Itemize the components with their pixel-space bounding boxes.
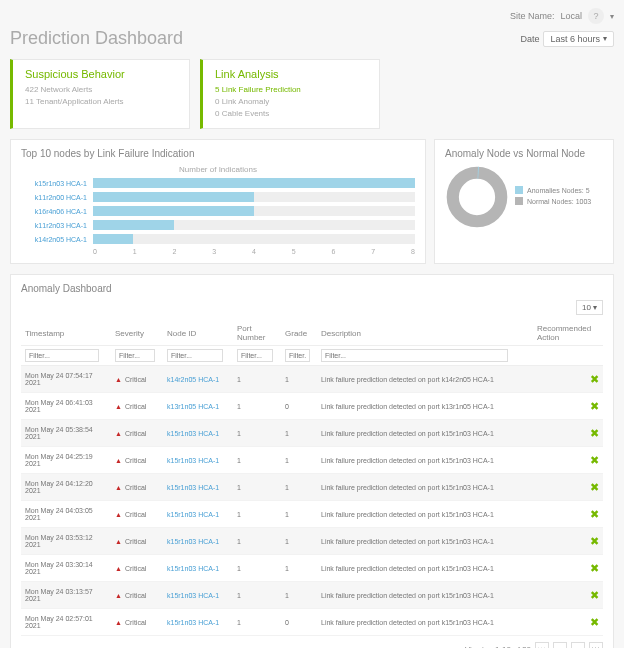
bar-track: [93, 192, 415, 202]
table-cell: k15r1n03 HCA-1: [163, 420, 233, 447]
column-header[interactable]: Timestamp: [21, 321, 111, 346]
table-cell: ✖: [533, 474, 603, 501]
date-dropdown[interactable]: Last 6 hours ▾: [543, 31, 614, 47]
action-icon[interactable]: ✖: [590, 373, 599, 385]
table-row[interactable]: Mon May 24 07:54:17 2021▲Criticalk14r2n0…: [21, 366, 603, 393]
action-icon[interactable]: ✖: [590, 616, 599, 628]
table-cell: ✖: [533, 582, 603, 609]
table-cell: k15r1n03 HCA-1: [163, 582, 233, 609]
table-cell: k15r1n03 HCA-1: [163, 555, 233, 582]
bar-label[interactable]: k15r1n03 HCA-1: [21, 180, 93, 187]
bar-fill: [93, 206, 254, 216]
action-icon[interactable]: ✖: [590, 427, 599, 439]
pager-last[interactable]: ⏭: [589, 642, 603, 648]
column-header[interactable]: Description: [317, 321, 533, 346]
chevron-down-icon: ▾: [603, 34, 607, 43]
table-cell: ✖: [533, 609, 603, 636]
pager-prev[interactable]: ◂: [553, 642, 567, 648]
x-axis: 012345678: [93, 248, 415, 255]
table-cell: 1: [281, 528, 317, 555]
column-header[interactable]: Severity: [111, 321, 163, 346]
table-cell: Link failure prediction detected on port…: [317, 447, 533, 474]
donut-panel: Anomaly Node vs Normal Node Anomalies No…: [434, 139, 614, 264]
axis-tick: 5: [292, 248, 296, 255]
panel-title: Anomaly Dashboard: [21, 283, 603, 294]
table-cell: ▲Critical: [111, 555, 163, 582]
pagesize-dropdown[interactable]: 10 ▾: [576, 300, 603, 315]
table-cell: 0: [281, 609, 317, 636]
table-cell: Link failure prediction detected on port…: [317, 528, 533, 555]
warning-icon: ▲: [115, 565, 122, 572]
action-icon[interactable]: ✖: [590, 589, 599, 601]
pagesize-value: 10: [582, 303, 591, 312]
filter-input[interactable]: [167, 349, 223, 362]
bar-chart-panel: Top 10 nodes by Link Failure Indication …: [10, 139, 426, 264]
bar-fill: [93, 220, 174, 230]
action-icon[interactable]: ✖: [590, 454, 599, 466]
bar-fill: [93, 178, 415, 188]
table-cell: ✖: [533, 366, 603, 393]
table-cell: Mon May 24 05:38:54 2021: [21, 420, 111, 447]
table-cell: Mon May 24 06:41:03 2021: [21, 393, 111, 420]
panel-title: Top 10 nodes by Link Failure Indication: [21, 148, 415, 159]
table-cell: ✖: [533, 528, 603, 555]
summary-card[interactable]: Suspicious Behavior422 Network Alerts11 …: [10, 59, 190, 129]
site-value: Local: [560, 11, 582, 21]
date-label: Date: [520, 34, 539, 44]
svg-point-1: [453, 173, 501, 221]
header: Prediction Dashboard Date Last 6 hours ▾: [10, 28, 614, 49]
pager-first[interactable]: ⏮: [535, 642, 549, 648]
axis-tick: 4: [252, 248, 256, 255]
swatch-anomalies: [515, 186, 523, 194]
action-icon[interactable]: ✖: [590, 481, 599, 493]
table-cell: 1: [233, 555, 281, 582]
filter-input[interactable]: [25, 349, 99, 362]
bar-chart: k15r1n03 HCA-1k11r2n00 HCA-1k16r4n06 HCA…: [21, 178, 415, 244]
table-row[interactable]: Mon May 24 03:30:14 2021▲Criticalk15r1n0…: [21, 555, 603, 582]
warning-icon: ▲: [115, 592, 122, 599]
table-cell: ▲Critical: [111, 447, 163, 474]
column-header[interactable]: Recommended Action: [533, 321, 603, 346]
help-icon[interactable]: ?: [588, 8, 604, 24]
bar-label[interactable]: k14r2n05 HCA-1: [21, 236, 93, 243]
table-row[interactable]: Mon May 24 04:03:05 2021▲Criticalk15r1n0…: [21, 501, 603, 528]
table-cell: k15r1n03 HCA-1: [163, 609, 233, 636]
column-header[interactable]: Grade: [281, 321, 317, 346]
action-icon[interactable]: ✖: [590, 535, 599, 547]
table-cell: ✖: [533, 420, 603, 447]
table-row[interactable]: Mon May 24 04:12:20 2021▲Criticalk15r1n0…: [21, 474, 603, 501]
summary-card[interactable]: Link Analysis5 Link Failure Prediction0 …: [200, 59, 380, 129]
table-row[interactable]: Mon May 24 04:25:19 2021▲Criticalk15r1n0…: [21, 447, 603, 474]
table-row[interactable]: Mon May 24 06:41:03 2021▲Criticalk13r1n0…: [21, 393, 603, 420]
table-row[interactable]: Mon May 24 03:13:57 2021▲Criticalk15r1n0…: [21, 582, 603, 609]
anomaly-panel: Anomaly Dashboard 10 ▾ TimestampSeverity…: [10, 274, 614, 648]
chevron-down-icon[interactable]: ▾: [610, 12, 614, 21]
action-icon[interactable]: ✖: [590, 508, 599, 520]
bar-row: k15r1n03 HCA-1: [21, 178, 415, 188]
table-row[interactable]: Mon May 24 02:57:01 2021▲Criticalk15r1n0…: [21, 609, 603, 636]
filter-input[interactable]: [237, 349, 273, 362]
table-cell: 1: [233, 366, 281, 393]
table-cell: Mon May 24 04:03:05 2021: [21, 501, 111, 528]
column-header[interactable]: Port Number: [233, 321, 281, 346]
filter-input[interactable]: [115, 349, 155, 362]
filter-input[interactable]: [321, 349, 508, 362]
bar-label[interactable]: k11r2n03 HCA-1: [21, 222, 93, 229]
bar-row: k16r4n06 HCA-1: [21, 206, 415, 216]
action-icon[interactable]: ✖: [590, 562, 599, 574]
donut-chart: [445, 165, 509, 229]
action-icon[interactable]: ✖: [590, 400, 599, 412]
bar-row: k14r2n05 HCA-1: [21, 234, 415, 244]
bar-label[interactable]: k16r4n06 HCA-1: [21, 208, 93, 215]
axis-tick: 6: [332, 248, 336, 255]
bar-label[interactable]: k11r2n00 HCA-1: [21, 194, 93, 201]
table-cell: Link failure prediction detected on port…: [317, 393, 533, 420]
table-row[interactable]: Mon May 24 05:38:54 2021▲Criticalk15r1n0…: [21, 420, 603, 447]
axis-tick: 0: [93, 248, 97, 255]
pager-next[interactable]: ▸: [571, 642, 585, 648]
warning-icon: ▲: [115, 619, 122, 626]
table-row[interactable]: Mon May 24 03:53:12 2021▲Criticalk15r1n0…: [21, 528, 603, 555]
filter-input[interactable]: [285, 349, 310, 362]
column-header[interactable]: Node ID: [163, 321, 233, 346]
bar-row: k11r2n00 HCA-1: [21, 192, 415, 202]
